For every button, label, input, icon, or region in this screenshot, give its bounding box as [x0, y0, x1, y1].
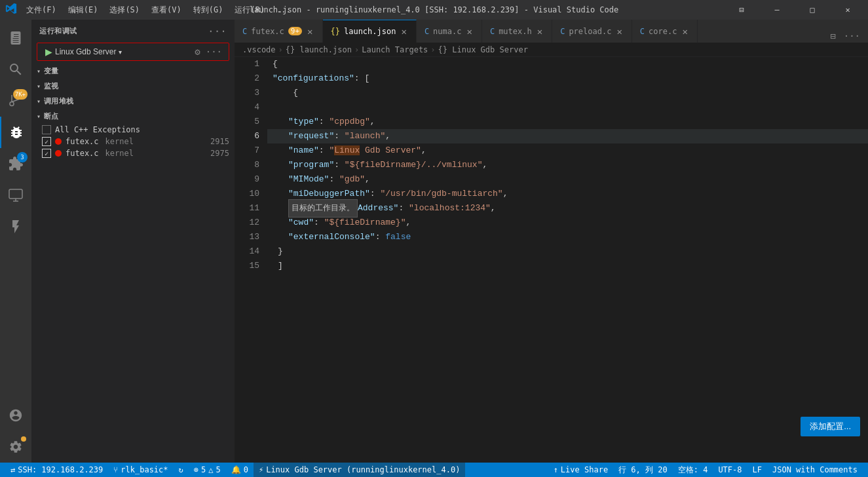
- callstack-section-header[interactable]: ▾ 调用堆栈: [31, 94, 235, 109]
- debug-session-icon: ⚡: [259, 465, 263, 474]
- tab-close-preload[interactable]: ✕: [615, 26, 623, 37]
- code-line-1: {: [267, 57, 868, 71]
- sidebar-item-debug[interactable]: [0, 117, 31, 148]
- debug-settings-icon[interactable]: ⚙: [192, 47, 202, 57]
- main-container: 7K+ 3 运行和调试 ···: [0, 20, 868, 463]
- status-branch[interactable]: ⑂ rlk_basic*: [108, 463, 173, 477]
- start-debug-button[interactable]: ▶ Linux Gdb Server ▾: [41, 45, 126, 58]
- tab-label-futex: futex.c: [251, 27, 284, 36]
- sidebar-item-source-control[interactable]: 7K+: [0, 85, 31, 117]
- breakpoint-file-futex-1: futex.c: [66, 137, 99, 146]
- sidebar-item-remote[interactable]: [0, 180, 31, 211]
- tab-numa[interactable]: C numa.c ✕: [417, 20, 482, 43]
- menu-select[interactable]: 选择(S): [104, 3, 145, 17]
- sidebar-more-actions[interactable]: ···: [208, 25, 227, 37]
- variables-section-header[interactable]: ▾ 变量: [31, 64, 235, 79]
- line-num-7: 7: [240, 143, 259, 158]
- line-num-2: 2: [240, 71, 259, 86]
- status-language[interactable]: JSON with Comments: [767, 463, 863, 477]
- chevron-down-icon: ▾: [119, 48, 122, 56]
- status-debug-session[interactable]: ⚡ Linux Gdb Server (runninglinuxkernel_4…: [254, 463, 465, 477]
- layout-icon[interactable]: ⊟: [726, 0, 757, 20]
- menu-goto[interactable]: 转到(G): [188, 3, 229, 17]
- menu-view[interactable]: 查看(V): [146, 3, 187, 17]
- breadcrumb: .vscode › {} launch.json › Launch Target…: [235, 43, 868, 57]
- breadcrumb-vscode[interactable]: .vscode: [242, 45, 276, 54]
- tab-core[interactable]: C core.c ✕: [632, 20, 698, 43]
- menu-edit[interactable]: 编辑(E): [63, 3, 104, 17]
- breakpoint-all-cpp[interactable]: All C++ Exceptions: [31, 124, 235, 136]
- breakpoints-chevron-icon: ▾: [37, 113, 41, 120]
- sidebar-item-explorer[interactable]: [0, 22, 31, 54]
- split-editor-icon[interactable]: ⊟: [827, 29, 838, 43]
- line-num-8: 8: [240, 158, 259, 172]
- line-num-11: 11: [240, 201, 259, 216]
- code-line-12: "cwd": "${fileDirname}",: [267, 216, 868, 230]
- svg-rect-0: [9, 189, 22, 199]
- breakpoints-section-header[interactable]: ▾ 断点: [31, 109, 235, 124]
- code-line-4: [267, 100, 868, 115]
- status-errors[interactable]: ⊗ 5 △ 5: [189, 463, 226, 477]
- tab-close-numa[interactable]: ✕: [465, 26, 473, 37]
- breakpoint-checkbox-all-cpp[interactable]: [42, 125, 51, 134]
- code-line-15: ]: [267, 259, 868, 273]
- status-spaces-label: 空格: 4: [678, 465, 708, 476]
- status-ssh[interactable]: ⇄ SSH: 192.168.2.239: [5, 463, 108, 477]
- tab-close-futex[interactable]: ✕: [306, 26, 314, 37]
- minimize-button[interactable]: —: [762, 0, 792, 20]
- breakpoint-context-futex-2: kernel: [105, 149, 134, 158]
- status-line-ending[interactable]: LF: [747, 463, 767, 477]
- code-content[interactable]: { "configurations": [ { "type": "cppdbg"…: [267, 57, 868, 463]
- watch-section-header[interactable]: ▾ 监视: [31, 79, 235, 94]
- sync-icon: ↻: [179, 465, 183, 474]
- tab-icon-preload: C: [560, 27, 565, 36]
- tab-mutex[interactable]: C mutex.h ✕: [482, 20, 552, 43]
- status-language-label: JSON with Comments: [772, 465, 858, 474]
- status-sync[interactable]: ↻: [174, 463, 189, 477]
- code-line-2: "configurations": [: [267, 71, 868, 86]
- code-line-10: "miDebuggerPath": "/usr/bin/gdb-multiarc…: [267, 187, 868, 201]
- tab-close-launch-json[interactable]: ✕: [400, 26, 407, 37]
- line-num-12: 12: [240, 216, 259, 230]
- debug-config-name: Linux Gdb Server: [55, 47, 116, 56]
- breakpoint-futex-1[interactable]: ✓ futex.c kernel 2915: [31, 136, 235, 147]
- title-bar: 文件(F) 编辑(E) 选择(S) 查看(V) 转到(G) 运行(R) ... …: [0, 0, 868, 20]
- accounts-icon[interactable]: [0, 400, 31, 431]
- status-cursor[interactable]: 行 6, 列 20: [613, 463, 673, 477]
- breakpoint-futex-2[interactable]: ✓ futex.c kernel 2975: [31, 147, 235, 159]
- settings-icon[interactable]: [0, 431, 31, 463]
- tab-label-mutex: mutex.h: [499, 27, 532, 36]
- sidebar-item-extensions[interactable]: 3: [0, 148, 31, 180]
- close-button[interactable]: ✕: [833, 0, 863, 20]
- status-encoding[interactable]: UTF-8: [713, 463, 747, 477]
- tab-close-mutex[interactable]: ✕: [536, 26, 544, 37]
- breadcrumb-linux-gdb-server[interactable]: {} Linux Gdb Server: [438, 45, 528, 54]
- sidebar-item-tests[interactable]: [0, 211, 31, 242]
- add-config-button[interactable]: 添加配置...: [801, 417, 860, 436]
- sidebar-item-search[interactable]: [0, 54, 31, 85]
- source-control-badge: 7K+: [13, 89, 28, 100]
- maximize-button[interactable]: □: [797, 0, 827, 20]
- tab-futex[interactable]: C futex.c 9+ ✕: [235, 20, 323, 43]
- status-notifications[interactable]: 🔔 0: [226, 463, 254, 477]
- status-bar: ⇄ SSH: 192.168.2.239 ⑂ rlk_basic* ↻ ⊗ 5 …: [0, 463, 868, 477]
- more-tabs-icon[interactable]: ···: [841, 29, 863, 43]
- breadcrumb-launch-targets[interactable]: Launch Targets: [362, 45, 428, 54]
- tab-close-core[interactable]: ✕: [681, 26, 689, 37]
- breakpoint-checkbox-futex-1[interactable]: ✓: [42, 137, 51, 146]
- menu-file[interactable]: 文件(F): [21, 3, 62, 17]
- breakpoint-checkbox-futex-2[interactable]: ✓: [42, 149, 51, 158]
- status-line-ending-label: LF: [753, 465, 762, 474]
- tab-preload[interactable]: C preload.c ✕: [552, 20, 632, 43]
- tab-label-preload: preload.c: [569, 27, 611, 36]
- breadcrumb-launch-json[interactable]: {} launch.json: [286, 45, 352, 54]
- breakpoints-label: 断点: [44, 111, 59, 121]
- code-line-7: "name": "Linux Gdb Server",: [267, 143, 868, 158]
- breakpoint-file-futex-2: futex.c: [66, 149, 99, 158]
- status-spaces[interactable]: 空格: 4: [673, 463, 713, 477]
- variables-label: 变量: [44, 66, 59, 76]
- debug-more-icon[interactable]: ···: [203, 47, 225, 57]
- play-icon: ▶: [45, 47, 52, 57]
- status-live-share[interactable]: ↑ Live Share: [548, 463, 613, 477]
- tab-launch-json[interactable]: {} launch.json ✕: [323, 20, 417, 43]
